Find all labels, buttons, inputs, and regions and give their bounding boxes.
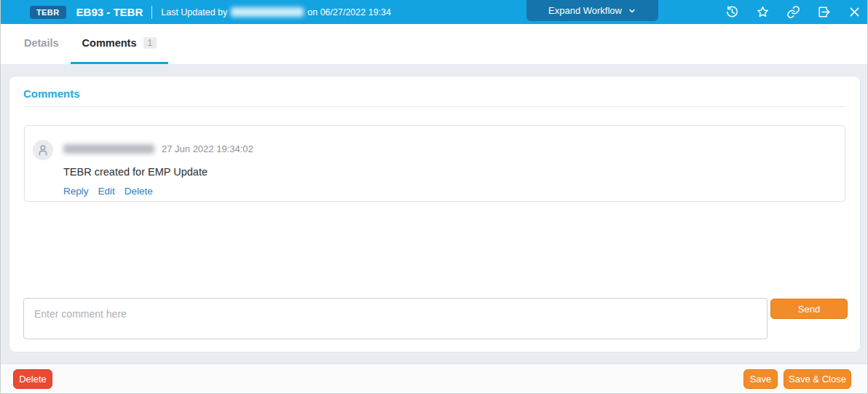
tab-bar: Details Comments 1 <box>1 24 867 64</box>
comment-timestamp: 27 Jun 2022 19:34:02 <box>162 143 253 154</box>
edit-link[interactable]: Edit <box>98 186 115 197</box>
modal-footer: Delete Save Save & Close <box>1 363 867 393</box>
person-icon <box>36 143 50 157</box>
comments-section-title: Comments <box>23 87 80 100</box>
last-updated-text: Last Updated by on 06/27/2022 19:34 <box>161 7 391 17</box>
tab-details[interactable]: Details <box>24 24 59 64</box>
reply-link[interactable]: Reply <box>63 186 89 197</box>
record-type-badge: TEBR <box>30 6 66 19</box>
avatar <box>33 140 53 160</box>
record-title: EB93 - TEBR <box>76 6 143 18</box>
expand-workflow-label: Expand Workflow <box>548 5 622 16</box>
star-icon[interactable] <box>756 5 770 19</box>
expand-workflow-button[interactable]: Expand Workflow <box>526 0 658 21</box>
tab-comments-label: Comments <box>82 37 137 49</box>
comments-panel: Comments 27 Jun 2022 19:34:02 TEBR creat… <box>9 76 860 352</box>
tab-comments[interactable]: Comments 1 <box>71 24 169 64</box>
save-and-close-button[interactable]: Save & Close <box>784 369 851 389</box>
comment-input[interactable] <box>23 298 768 339</box>
save-button[interactable]: Save <box>743 369 778 389</box>
history-icon[interactable] <box>725 5 739 19</box>
comment-actions: Reply Edit Delete <box>63 186 153 197</box>
modal-header: TEBR EB93 - TEBR Last Updated by on 06/2… <box>1 0 867 24</box>
link-icon[interactable] <box>786 5 800 19</box>
comment-text: TEBR created for EMP Update <box>63 166 208 178</box>
close-icon[interactable] <box>848 5 861 19</box>
comment-item: 27 Jun 2022 19:34:02 TEBR created for EM… <box>24 125 845 202</box>
tab-details-label: Details <box>24 37 59 49</box>
open-in-new-icon[interactable] <box>817 5 831 19</box>
header-divider <box>151 6 152 19</box>
comment-author-redacted <box>63 144 154 154</box>
comments-count-badge: 1 <box>143 37 157 49</box>
comment-header: 27 Jun 2022 19:34:02 <box>63 143 253 154</box>
section-divider <box>23 106 846 107</box>
last-updated-author-redacted <box>231 7 304 17</box>
last-updated-suffix: on 06/27/2022 19:34 <box>307 7 391 17</box>
send-button[interactable]: Send <box>770 299 848 319</box>
delete-button[interactable]: Delete <box>13 369 52 389</box>
record-modal: TEBR EB93 - TEBR Last Updated by on 06/2… <box>0 0 868 394</box>
last-updated-prefix: Last Updated by <box>161 7 227 17</box>
chevron-down-icon <box>628 7 636 15</box>
header-icon-group <box>725 0 861 24</box>
delete-comment-link[interactable]: Delete <box>125 186 153 197</box>
